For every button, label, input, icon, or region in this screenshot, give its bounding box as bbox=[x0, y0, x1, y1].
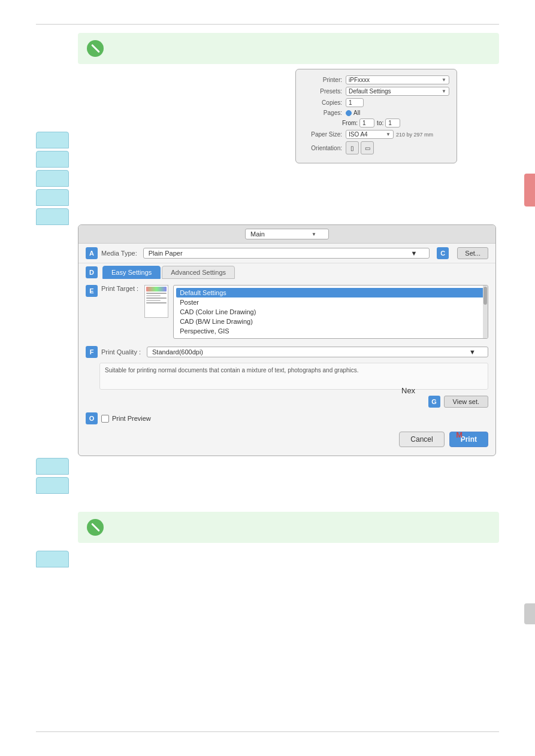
pages-to-input[interactable]: 1 bbox=[385, 119, 400, 127]
orientation-portrait-btn[interactable]: ▯ bbox=[346, 141, 359, 154]
sidebar-tab-1[interactable] bbox=[36, 132, 69, 148]
print-target-label: Print Target : bbox=[101, 285, 138, 292]
target-item-cad-bw[interactable]: CAD (B/W Line Drawing) bbox=[176, 317, 485, 326]
quality-description: Suitable for printing normal documents t… bbox=[99, 363, 488, 390]
print-preview-label: Print Preview bbox=[112, 415, 151, 422]
note-box-top: Printer: iPFxxxx ▼ Presets: Default Sett… bbox=[78, 33, 499, 64]
sidebar-tabs-top bbox=[36, 132, 69, 227]
media-type-value: Plain Paper bbox=[149, 250, 183, 257]
pages-label: Pages: bbox=[303, 110, 342, 116]
label-c: C bbox=[437, 247, 449, 259]
cancel-button[interactable]: Cancel bbox=[399, 432, 444, 447]
pages-to-label: to: bbox=[377, 120, 383, 126]
pages-from-input[interactable]: 1 bbox=[359, 119, 374, 127]
right-edge-tab-bottom[interactable] bbox=[524, 603, 535, 624]
media-type-label: Media Type: bbox=[101, 250, 137, 257]
orientation-landscape-btn[interactable]: ▭ bbox=[361, 141, 374, 154]
pages-all-radio[interactable] bbox=[346, 110, 352, 116]
sidebar-tabs-bottom bbox=[36, 458, 69, 496]
next-text: Nex bbox=[401, 386, 415, 395]
printer-label: Printer: bbox=[303, 77, 342, 83]
print-target-list-container: Default Settings Poster CAD (Color Line … bbox=[173, 285, 488, 339]
note-box-bottom bbox=[78, 512, 499, 543]
target-item-default[interactable]: Default Settings bbox=[176, 288, 485, 297]
sidebar-tab-4[interactable] bbox=[36, 189, 69, 206]
set-button[interactable]: Set... bbox=[457, 247, 488, 259]
print-quality-value: Standard(600dpi) bbox=[152, 348, 203, 356]
view-set-row: G View set. bbox=[78, 393, 495, 410]
view-set-button[interactable]: View set. bbox=[444, 396, 488, 408]
print-preview-row: O Print Preview bbox=[78, 410, 495, 427]
tabs-row: D Easy Settings Advanced Settings bbox=[78, 263, 495, 281]
target-item-cad-color[interactable]: CAD (Color Line Drawing) bbox=[176, 307, 485, 317]
label-g: G bbox=[428, 396, 440, 408]
sidebar-tab-3[interactable] bbox=[36, 170, 69, 187]
print-target-list[interactable]: Default Settings Poster CAD (Color Line … bbox=[173, 285, 488, 339]
print-quality-label: Print Quality : bbox=[101, 348, 141, 356]
paper-size-select[interactable]: ISO A4 ▼ bbox=[346, 130, 394, 139]
main-dropdown[interactable]: Main ▼ bbox=[245, 229, 329, 239]
scrollbar-thumb[interactable] bbox=[483, 287, 487, 305]
pages-from-label: From: bbox=[342, 120, 358, 126]
print-target-thumbnail bbox=[144, 285, 168, 318]
tab-advanced-settings[interactable]: Advanced Settings bbox=[162, 266, 235, 279]
sidebar-tab-5[interactable] bbox=[36, 208, 69, 225]
sidebar-tabs-lower bbox=[36, 551, 69, 570]
label-d: D bbox=[86, 266, 98, 278]
sidebar-tab-bottom-2[interactable] bbox=[36, 477, 69, 494]
note-icon-bottom bbox=[87, 519, 104, 536]
media-type-row: A Media Type: Plain Paper ▼ C Set... bbox=[78, 244, 495, 263]
top-divider bbox=[36, 24, 499, 25]
bottom-divider bbox=[36, 731, 499, 732]
main-dialog: Main ▼ A Media Type: Plain Paper ▼ C Set… bbox=[78, 224, 496, 456]
print-preview-checkbox[interactable] bbox=[101, 415, 109, 423]
main-dropdown-arrow: ▼ bbox=[312, 232, 316, 237]
pages-all-text: All bbox=[353, 110, 360, 116]
copies-label: Copies: bbox=[303, 99, 342, 106]
sidebar-tab-2[interactable] bbox=[36, 151, 69, 168]
sidebar-tab-bottom-1[interactable] bbox=[36, 458, 69, 475]
target-item-poster[interactable]: Poster bbox=[176, 297, 485, 307]
print-quality-row: F Print Quality : Standard(600dpi) ▼ bbox=[78, 342, 495, 362]
orientation-label: Orientation: bbox=[303, 145, 342, 151]
printer-select[interactable]: iPFxxxx ▼ bbox=[346, 75, 449, 84]
label-e: E bbox=[86, 285, 98, 297]
note-icon-top bbox=[87, 40, 104, 57]
label-m: M bbox=[456, 430, 463, 439]
copies-input[interactable]: 1 bbox=[346, 98, 364, 107]
label-a: A bbox=[86, 247, 98, 259]
print-dialog-top: Printer: iPFxxxx ▼ Presets: Default Sett… bbox=[295, 69, 457, 163]
list-scrollbar[interactable] bbox=[483, 286, 488, 338]
paper-size-dim: 210 by 297 mm bbox=[396, 132, 433, 138]
print-button[interactable]: Print bbox=[449, 432, 488, 447]
dialog-title-bar: Main ▼ bbox=[78, 225, 495, 244]
main-dropdown-value: Main bbox=[250, 230, 265, 238]
target-item-perspective[interactable]: Perspective, GIS bbox=[176, 326, 485, 336]
media-type-select[interactable]: Plain Paper ▼ bbox=[143, 248, 430, 259]
sidebar-tab-lower-1[interactable] bbox=[36, 551, 69, 567]
paper-size-arrow: ▼ bbox=[386, 132, 391, 137]
paper-size-label: Paper Size: bbox=[303, 131, 342, 138]
print-quality-arrow: ▼ bbox=[469, 348, 476, 356]
presets-label: Presets: bbox=[303, 88, 342, 95]
tab-easy-settings[interactable]: Easy Settings bbox=[102, 266, 161, 279]
presets-select[interactable]: Default Settings ▼ bbox=[346, 87, 449, 96]
printer-arrow: ▼ bbox=[442, 77, 446, 83]
dialog-buttons: M Cancel Print bbox=[78, 427, 495, 450]
print-target-row: E Print Target : Default Settings Poster… bbox=[78, 281, 495, 342]
media-type-arrow: ▼ bbox=[410, 250, 417, 257]
label-f: F bbox=[86, 346, 98, 358]
presets-arrow: ▼ bbox=[442, 89, 446, 94]
right-edge-tab[interactable] bbox=[524, 174, 535, 207]
print-quality-select[interactable]: Standard(600dpi) ▼ bbox=[147, 347, 488, 357]
label-o: O bbox=[86, 412, 98, 424]
